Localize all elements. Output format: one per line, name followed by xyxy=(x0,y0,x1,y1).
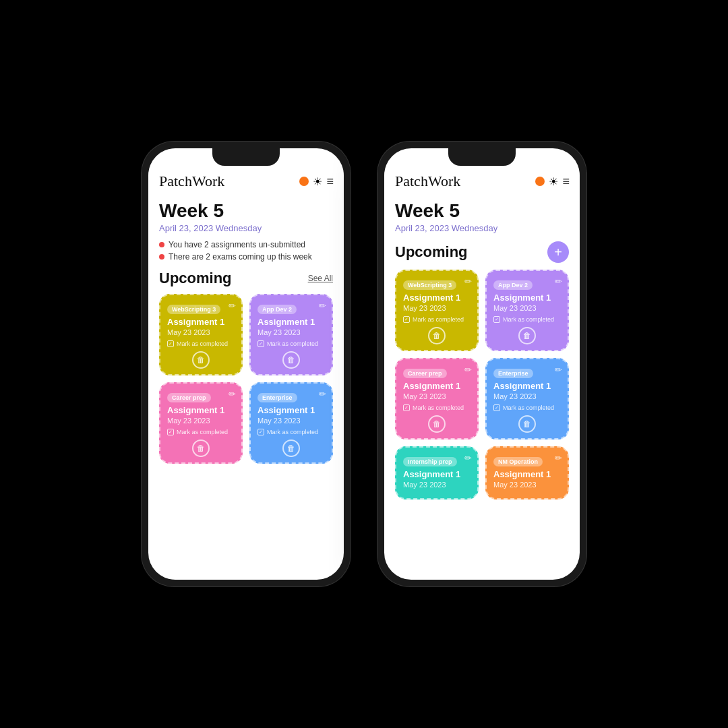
card-2-mark: Mark as completed xyxy=(267,340,318,347)
date-line-2: April 23, 2023 Wednesday xyxy=(395,223,569,233)
card-3-date: May 23 2023 xyxy=(167,417,235,425)
card-4: Enterprise ✏ Assignment 1 May 23 2023 ✓ … xyxy=(249,382,333,464)
p2-card-2-edit[interactable]: ✏ xyxy=(555,276,562,286)
alert-1: You have 2 assignments un-submitted xyxy=(159,240,333,249)
p2-card-1-tag: WebScripting 3 xyxy=(403,280,456,290)
phone-1: PatchWork ☀ ≡ Week 5 April 23, 2023 Wedn… xyxy=(142,142,351,586)
p2-card-4: Enterprise ✏ Assignment 1 May 23 2023 ✓ … xyxy=(485,358,569,439)
card-3-mark: Mark as completed xyxy=(177,429,228,435)
p2-card-4-tag: Enterprise xyxy=(493,369,533,378)
card-2-edit-icon[interactable]: ✏ xyxy=(319,301,326,311)
header-1: PatchWork ☀ ≡ xyxy=(159,173,333,190)
sun-icon-1[interactable]: ☀ xyxy=(313,175,322,188)
alerts-1: You have 2 assignments un-submitted Ther… xyxy=(159,240,333,262)
p2-card-5-tag: Internship prep xyxy=(403,457,457,466)
p2-card-5-edit[interactable]: ✏ xyxy=(464,453,472,463)
card-1-trash[interactable]: 🗑 xyxy=(192,351,210,369)
p2-card-3: Career prep ✏ Assignment 1 May 23 2023 ✓… xyxy=(395,358,479,439)
header-icons-2: ☀ ≡ xyxy=(535,175,569,189)
alert-text-2: There are 2 exams coming up this week xyxy=(169,252,312,262)
p2-card-3-check[interactable]: ✓ Mark as completed xyxy=(403,404,471,411)
p2-card-1-edit[interactable]: ✏ xyxy=(464,276,472,286)
card-4-title: Assignment 1 xyxy=(257,405,325,415)
p2-card-2-title: Assignment 1 xyxy=(493,293,561,303)
card-1-check[interactable]: ✓ Mark as completed xyxy=(167,340,235,347)
orange-dot-1 xyxy=(299,177,309,186)
p2-card-4-trash[interactable]: 🗑 xyxy=(518,415,536,433)
card-3: Career prep ✏ Assignment 1 May 23 2023 ✓… xyxy=(159,382,243,464)
card-4-mark: Mark as completed xyxy=(267,429,318,435)
p2-card-2: App Dev 2 ✏ Assignment 1 May 23 2023 ✓ M… xyxy=(485,270,569,351)
sun-icon-2[interactable]: ☀ xyxy=(549,175,558,188)
p2-card-6-title: Assignment 1 xyxy=(493,469,561,479)
p2-card-6-edit[interactable]: ✏ xyxy=(555,453,562,463)
card-4-tag: Enterprise xyxy=(257,393,297,402)
p2-card-6-tag: NM Operation xyxy=(493,457,543,466)
card-3-title: Assignment 1 xyxy=(167,405,235,415)
card-4-edit-icon[interactable]: ✏ xyxy=(319,389,326,399)
p2-card-2-check[interactable]: ✓ Mark as completed xyxy=(493,316,561,323)
menu-icon-1[interactable]: ≡ xyxy=(326,175,333,189)
alert-dot-2 xyxy=(159,254,164,260)
logo-2: PatchWork xyxy=(395,173,460,190)
week-title-1: Week 5 xyxy=(159,201,333,222)
p2-card-6-date: May 23 2023 xyxy=(493,481,561,489)
p2-card-4-date: May 23 2023 xyxy=(493,392,561,400)
p2-card-6: NM Operation ✏ Assignment 1 May 23 2023 xyxy=(485,446,569,499)
card-2-check[interactable]: ✓ Mark as completed xyxy=(257,340,325,347)
p2-card-2-trash[interactable]: 🗑 xyxy=(518,327,536,344)
card-3-check[interactable]: ✓ Mark as completed xyxy=(167,429,235,435)
p2-card-1-title: Assignment 1 xyxy=(403,293,471,303)
p2-card-5-title: Assignment 1 xyxy=(403,469,471,479)
p2-card-3-date: May 23 2023 xyxy=(403,392,471,400)
section-header-1: Upcoming See All xyxy=(159,270,333,287)
upcoming-title-1: Upcoming xyxy=(159,270,232,287)
p2-card-1: WebScripting 3 ✏ Assignment 1 May 23 202… xyxy=(395,270,479,351)
card-1-edit-icon[interactable]: ✏ xyxy=(229,301,236,311)
orange-dot-2 xyxy=(535,177,545,186)
card-2: App Dev 2 ✏ Assignment 1 May 23 2023 ✓ M… xyxy=(249,294,333,375)
p2-card-5-date: May 23 2023 xyxy=(403,481,471,489)
p2-card-5: Internship prep ✏ Assignment 1 May 23 20… xyxy=(395,446,479,499)
section-header-2: Upcoming + xyxy=(395,241,569,263)
alert-dot-1 xyxy=(159,242,164,247)
p2-card-1-check[interactable]: ✓ Mark as completed xyxy=(403,316,471,323)
upcoming-title-2: Upcoming xyxy=(395,243,468,261)
cards-grid-1: WebScripting 3 ✏ Assignment 1 May 23 202… xyxy=(159,294,333,464)
alert-text-1: You have 2 assignments un-submitted xyxy=(169,240,305,249)
p2-card-4-title: Assignment 1 xyxy=(493,381,561,391)
alert-2: There are 2 exams coming up this week xyxy=(159,252,333,262)
card-1-mark: Mark as completed xyxy=(177,340,228,347)
phone-2: PatchWork ☀ ≡ Week 5 April 23, 2023 Wedn… xyxy=(377,142,586,586)
p2-card-2-date: May 23 2023 xyxy=(493,304,561,312)
p2-card-1-trash[interactable]: 🗑 xyxy=(428,327,446,344)
card-4-check[interactable]: ✓ Mark as completed xyxy=(257,429,325,435)
p2-card-2-tag: App Dev 2 xyxy=(493,280,533,290)
header-icons-1: ☀ ≡ xyxy=(299,175,333,189)
card-1: WebScripting 3 ✏ Assignment 1 May 23 202… xyxy=(159,294,243,375)
p2-card-3-edit[interactable]: ✏ xyxy=(464,365,472,375)
card-4-date: May 23 2023 xyxy=(257,417,325,425)
p2-card-4-edit[interactable]: ✏ xyxy=(555,365,562,375)
notch-2 xyxy=(448,148,516,166)
logo-1: PatchWork xyxy=(159,173,224,190)
p2-card-4-check[interactable]: ✓ Mark as completed xyxy=(493,404,561,411)
notch-1 xyxy=(212,148,280,166)
header-2: PatchWork ☀ ≡ xyxy=(395,173,569,190)
card-2-tag: App Dev 2 xyxy=(257,305,297,314)
p2-card-3-tag: Career prep xyxy=(403,369,447,378)
add-button[interactable]: + xyxy=(547,241,569,263)
menu-icon-2[interactable]: ≡ xyxy=(562,175,569,189)
card-4-trash[interactable]: 🗑 xyxy=(282,439,300,457)
card-3-edit-icon[interactable]: ✏ xyxy=(229,389,236,399)
card-1-tag: WebScripting 3 xyxy=(167,305,220,314)
week-title-2: Week 5 xyxy=(395,201,569,222)
card-3-trash[interactable]: 🗑 xyxy=(192,439,210,457)
p2-card-3-title: Assignment 1 xyxy=(403,381,471,391)
card-2-trash[interactable]: 🗑 xyxy=(282,351,300,369)
p2-card-1-date: May 23 2023 xyxy=(403,304,471,312)
see-all-link[interactable]: See All xyxy=(308,274,333,283)
p2-card-3-trash[interactable]: 🗑 xyxy=(428,415,446,433)
cards-grid-2: WebScripting 3 ✏ Assignment 1 May 23 202… xyxy=(395,270,569,499)
card-1-title: Assignment 1 xyxy=(167,317,235,327)
